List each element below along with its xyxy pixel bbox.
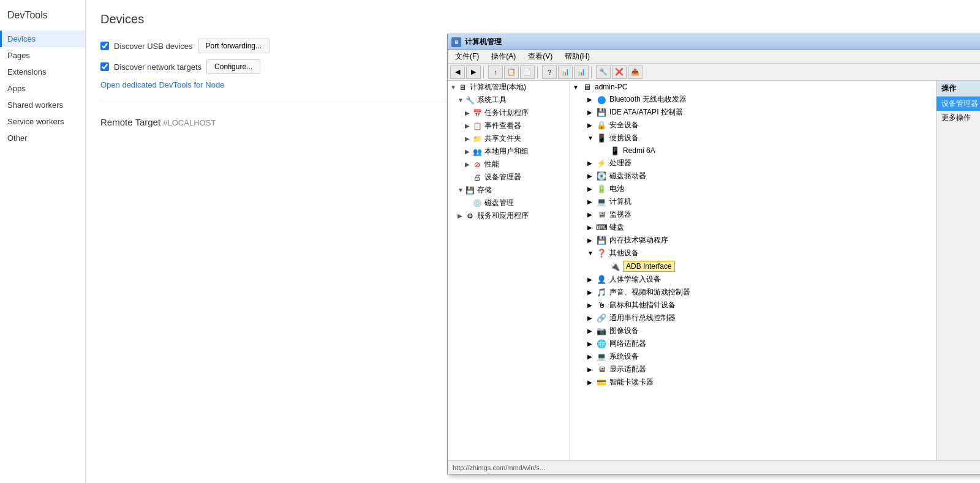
center-root[interactable]: ▼ 🖥 admin-PC [570,81,936,93]
center-computer[interactable]: ▶ 💻 计算机 [582,195,936,208]
center-ide[interactable]: ▶ 💾 IDE ATA/ATAPI 控制器 [582,106,936,119]
tree-icon-disk: 💿 [472,198,482,208]
port-forwarding-button[interactable]: Port forwarding... [198,39,270,53]
tree-label-dm: 设备管理器 [484,172,521,182]
toolbar-show-hide[interactable]: 📋 [504,66,519,79]
center-redmi[interactable]: 📱 Redmi 6A [582,144,936,157]
tree-icon-svc: ⚙ [465,211,475,221]
center-display-adapter[interactable]: ▶ 🖥 显示适配器 [582,363,936,376]
right-panel-more-actions[interactable]: 更多操作 ▶ [937,111,980,125]
devtools-title: DevTools [0,5,85,31]
win-menu-file[interactable]: 文件(F) [450,50,484,63]
win-menu-help[interactable]: 帮助(H) [560,50,595,63]
sidebar-item-apps[interactable]: Apps [0,80,85,97]
win-menu-operation[interactable]: 操作(A) [486,50,521,63]
tree-device-manager-left[interactable]: 🖨 设备管理器 [448,171,570,184]
page-title: Devices [100,12,965,26]
win-titlebar: 🖥 计算机管理 ─ □ ✕ [448,34,980,50]
win-body: ▼ 🖥 计算机管理(本地) ▼ 🔧 系统工具 ▶ 📅 任务计划程序 [448,81,980,460]
tree-performance[interactable]: ▶ ⊘ 性能 [448,158,570,171]
tree-icon-task: 📅 [472,108,482,118]
center-adb-interface[interactable]: 🔌 ADB Interface [582,260,936,273]
tree-icon-event: 📋 [472,121,482,131]
tree-task-scheduler[interactable]: ▶ 📅 任务计划程序 [448,107,570,119]
center-system-devices[interactable]: ▶ 💻 系统设备 [582,350,936,363]
sidebar-item-shared-workers[interactable]: Shared workers [0,97,85,113]
toolbar-forward[interactable]: ▶ [466,66,481,79]
toolbar-btn5[interactable]: 📊 [558,66,573,79]
center-bluetooth[interactable]: ▶ ⬤ Bluetooth 无线电收发器 [582,93,936,106]
tree-label-storage: 存储 [477,185,492,195]
sidebar-item-service-workers[interactable]: Service workers [0,113,85,130]
ci-label-root: admin-PC [595,83,627,91]
toolbar-btn7[interactable]: 🔧 [596,66,611,79]
open-dedicated-devtools-link[interactable]: Open dedicated DevTools for Node [100,80,224,89]
center-security[interactable]: ▶ 🔒 安全设备 [582,119,936,132]
tree-label-task: 任务计划程序 [484,108,529,118]
win-menubar: 文件(F) 操作(A) 查看(V) 帮助(H) [448,50,980,64]
toolbar-btn8[interactable]: ❌ [612,66,627,79]
win-status-text: http://zhimgs.com/mmd/win/s... [453,464,545,471]
toolbar-up[interactable]: ↑ [488,66,503,79]
tree-label-perf: 性能 [484,159,499,170]
center-hid[interactable]: ▶ 👤 人体学输入设备 [582,273,936,286]
discover-usb-label: Discover USB devices [114,42,193,51]
sidebar-item-pages[interactable]: Pages [0,47,85,64]
toolbar-help[interactable]: ? [542,66,557,79]
tree-storage[interactable]: ▼ 💾 存储 [448,184,570,197]
tree-services[interactable]: ▶ ⚙ 服务和应用程序 [448,209,570,222]
tree-root[interactable]: ▼ 🖥 计算机管理(本地) [448,81,570,94]
tree-shared-folders[interactable]: ▶ 📁 共享文件夹 [448,132,570,145]
tree-local-users[interactable]: ▶ 👥 本地用户和组 [448,145,570,158]
center-processor[interactable]: ▶ ⚡ 处理器 [582,157,936,170]
center-disk-drive[interactable]: ▶ 💽 磁盘驱动器 [582,170,936,182]
center-portable[interactable]: ▼ 📱 便携设备 [582,132,936,144]
tree-label-shared: 共享文件夹 [484,133,521,144]
right-panel-more-label: 更多操作 [941,113,971,122]
tree-event-viewer[interactable]: ▶ 📋 事件查看器 [448,119,570,132]
center-imaging[interactable]: ▶ 📷 图像设备 [582,324,936,337]
configure-button[interactable]: Configure... [206,59,260,74]
tree-icon-sys: 🔧 [465,95,475,105]
remote-target-label: Remote Target [100,117,160,127]
tree-arrow-task: ▶ [465,110,472,116]
discover-usb-checkbox[interactable] [100,42,109,50]
discover-network-checkbox[interactable] [100,62,109,71]
tree-system-tools[interactable]: ▼ 🔧 系统工具 [448,94,570,107]
win-center-panel: ▼ 🖥 admin-PC ▶ ⬤ Bluetooth 无线电收发器 ▶ [570,81,937,460]
remote-target-hash: #LOCALHOST [163,118,216,127]
sidebar-item-extensions[interactable]: Extensions [0,64,85,80]
center-monitor[interactable]: ▶ 🖥 监视器 [582,208,936,221]
toolbar-sep3 [591,66,594,78]
center-audio-video[interactable]: ▶ 🎵 声音、视频和游戏控制器 [582,286,936,299]
right-panel-device-mgr[interactable]: 设备管理器 [937,97,980,111]
tree-icon-dm: 🖨 [472,173,482,182]
adb-interface-label: ADB Interface [623,261,675,272]
toolbar-btn6[interactable]: 📊 [574,66,589,79]
tree-arrow-shared: ▶ [465,135,472,142]
sidebar-item-other[interactable]: Other [0,130,85,146]
center-smart-card[interactable]: ▶ 💳 智能卡读卡器 [582,376,936,389]
tree-icon-storage: 💾 [465,185,475,195]
center-keyboard[interactable]: ▶ ⌨ 键盘 [582,221,936,234]
toolbar-sep1 [483,66,486,78]
center-battery[interactable]: ▶ 🔋 电池 [582,182,936,195]
center-other-devices[interactable]: ▼ ❓ 其他设备 [582,247,936,260]
sidebar: DevTools Devices Pages Extensions Apps S… [0,0,86,483]
center-memory[interactable]: ▶ 💾 内存技术驱动程序 [582,234,936,247]
win-title-text: 计算机管理 [465,37,980,47]
toolbar-btn3[interactable]: 📄 [520,66,535,79]
sidebar-item-devices[interactable]: Devices [0,31,85,47]
tree-arrow-users: ▶ [465,148,472,155]
tree-arrow: ▼ [450,84,458,91]
center-mouse[interactable]: ▶ 🖱 鼠标和其他指针设备 [582,299,936,312]
win-toolbar: ◀ ▶ ↑ 📋 📄 ? 📊 📊 🔧 ❌ 📤 [448,64,980,81]
discover-network-label: Discover network targets [114,62,202,72]
toolbar-back[interactable]: ◀ [450,66,465,79]
tree-disk-mgmt[interactable]: 💿 磁盘管理 [448,197,570,209]
win-menu-view[interactable]: 查看(V) [523,50,557,63]
toolbar-btn9[interactable]: 📤 [628,66,643,79]
center-usb-controllers[interactable]: ▶ 🔗 通用串行总线控制器 [582,312,936,324]
win-title-icon: 🖥 [451,37,461,47]
center-network-adapter[interactable]: ▶ 🌐 网络适配器 [582,337,936,350]
